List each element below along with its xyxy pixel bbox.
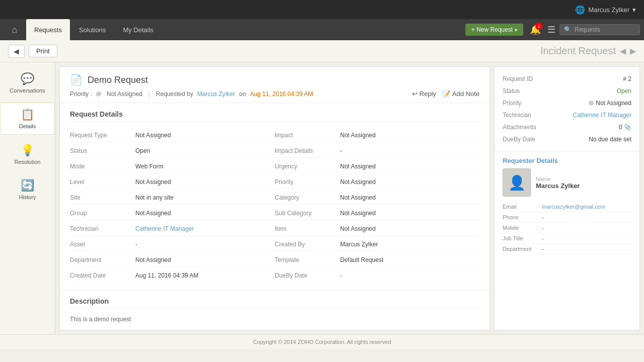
requester-mobile-row: Mobile - (503, 223, 631, 233)
detail-row-left-0: Request TypeNot Assigned (70, 129, 275, 142)
requester-name-block: Name Marcus Zylker (536, 168, 580, 197)
right-panel-row-4: Attachments0 📎 (503, 121, 631, 133)
detail-row-right-0: ImpactNot Assigned (275, 129, 479, 142)
requester-body: 👤 Name Marcus Zylker Email marcuszylker@… (495, 168, 639, 260)
email-label: Email (503, 204, 538, 210)
detail-row-right-8: TemplateDefault Request (275, 253, 479, 267)
reply-button[interactable]: ↩ Reply (412, 90, 436, 98)
right-panel-row-3: TechnicianCatherine IT Manager (503, 109, 631, 121)
new-request-arrow: ▾ (515, 27, 517, 33)
detail-row-right-4: CategoryNot Assigned (275, 191, 479, 205)
requester-email: marcuszylker@gmail.com (542, 204, 605, 210)
requester-name-label: Name (536, 176, 580, 182)
detail-row-left-7: Asset- (70, 238, 275, 251)
phone-label: Phone (503, 214, 538, 220)
sidebar-item-details[interactable]: 📋 Details (0, 103, 55, 135)
back-button[interactable]: ◀ (8, 45, 25, 58)
department-label: Department (503, 246, 538, 252)
nav-item-solutions[interactable]: Solutions (71, 19, 114, 40)
request-doc-icon: 📄 (70, 74, 83, 86)
right-panel-main: Request ID# 2StatusOpenPriorityNot Assig… (495, 67, 639, 152)
new-request-button[interactable]: + New Request ▾ (465, 24, 523, 36)
footer-text: Copyright © 2014 ZOHO Corporation. All r… (253, 339, 391, 345)
mobile-label: Mobile (503, 225, 538, 231)
requester-top: 👤 Name Marcus Zylker (503, 168, 631, 197)
conversations-icon: 💬 (21, 72, 34, 85)
notification-badge: 1 (535, 23, 542, 30)
right-panel-row-0: Request ID# 2 (503, 73, 631, 85)
print-button[interactable]: Print (29, 45, 57, 57)
topbar-user[interactable]: 🌐 Marcus Zylker ▾ (575, 5, 636, 15)
next-incident-arrow[interactable]: ▶ (630, 46, 636, 56)
topbar: 🌐 Marcus Zylker ▾ (0, 0, 644, 19)
nav-item-mydetails[interactable]: My Details (115, 19, 162, 40)
detail-row-right-6: ItemNot Assigned (275, 222, 479, 236)
requester-mobile: - (542, 225, 544, 231)
detail-row-right-3: PriorityNot Assigned (275, 175, 479, 189)
details-right-col: ImpactNot AssignedImpact Details-Urgency… (275, 129, 479, 283)
sidebar-item-resolution[interactable]: 💡 Resolution (0, 139, 55, 170)
detail-row-left-2: ModeWeb Form (70, 160, 275, 173)
requester-department-row: Department - (503, 244, 631, 254)
detail-row-right-1: Impact Details- (275, 144, 479, 158)
add-note-button[interactable]: 📝 Add Note (442, 90, 479, 98)
details-icon: 📋 (21, 108, 34, 121)
search-box[interactable]: 🔍 Requests (559, 24, 640, 35)
request-date: Aug 11, 2016 04:39 AM (250, 90, 313, 98)
requester-name: Marcus Zylker (536, 182, 580, 190)
prev-incident-arrow[interactable]: ◀ (620, 46, 626, 56)
detail-row-left-5: GroupNot Assigned (70, 207, 275, 220)
menu-icon[interactable]: ☰ (547, 24, 555, 35)
nav-tools: + New Request ▾ 🔔 1 ☰ 🔍 Requests (465, 19, 640, 40)
incident-title: Incident Request ◀ ▶ (540, 45, 636, 57)
requester-jobtitle-row: Job Title - (503, 233, 631, 244)
main-content: 💬 Conversations 📋 Details 💡 Resolution 🔄… (0, 62, 644, 334)
right-panel-row-1: StatusOpen (503, 85, 631, 97)
note-icon: 📝 (442, 90, 450, 98)
requester-phone-row: Phone - (503, 212, 631, 223)
right-panel-row-2: PriorityNot Assigned (503, 97, 631, 109)
detail-row-right-7: Created ByMarcus Zylker (275, 238, 479, 251)
requester-email-row: Email marcuszylker@gmail.com (503, 202, 631, 212)
detail-row-left-4: SiteNot in any site (70, 191, 275, 205)
reply-icon: ↩ (412, 90, 418, 98)
notification-button[interactable]: 🔔 1 (527, 22, 543, 38)
priority-dot (96, 92, 101, 97)
request-title: Demo Request (88, 75, 148, 85)
toolbar: ◀ Print Incident Request ◀ ▶ (0, 40, 644, 62)
left-sidebar: 💬 Conversations 📋 Details 💡 Resolution 🔄… (0, 62, 55, 334)
detail-row-right-5: Sub CategoryNot Assigned (275, 207, 479, 220)
detail-row-right-2: UrgencyNot Assigned (275, 160, 479, 173)
sidebar-item-conversations[interactable]: 💬 Conversations (0, 67, 55, 99)
footer: Copyright © 2014 ZOHO Corporation. All r… (0, 334, 644, 349)
nav-home-button[interactable]: ⌂ (4, 19, 25, 40)
priority-indicator (589, 101, 594, 106)
details-grid: Request TypeNot AssignedStatusOpenModeWe… (70, 129, 479, 283)
description-section: Description This is a demo request (60, 290, 490, 330)
requester-link[interactable]: Marcus Zylker (197, 90, 235, 98)
request-meta: Priority : Not Assigned | Requested by M… (70, 90, 479, 98)
requester-phone: - (542, 214, 544, 220)
navbar: ⌂ Requests Solutions My Details + New Re… (0, 19, 644, 40)
topbar-username: Marcus Zylker (588, 6, 629, 14)
details-section: Request Details Request TypeNot Assigned… (60, 103, 490, 290)
detail-row-left-3: LevelNot Assigned (70, 175, 275, 189)
requester-department: - (542, 246, 544, 252)
description-text: This is a demo request (70, 316, 479, 323)
topbar-dropdown-arrow: ▾ (632, 6, 636, 14)
section-title: Request Details (70, 110, 479, 122)
detail-row-right-9: DueBy Date- (275, 269, 479, 283)
request-header: 📄 Demo Request Priority : Not Assigned |… (60, 67, 490, 103)
avatar: 👤 (503, 168, 531, 197)
requester-section-title: Requester Details (495, 152, 639, 168)
details-left-col: Request TypeNot AssignedStatusOpenModeWe… (70, 129, 275, 283)
description-title: Description (70, 297, 479, 309)
sidebar-item-history[interactable]: 🔄 History (0, 174, 55, 205)
detail-row-left-1: StatusOpen (70, 144, 275, 158)
content-area: 📄 Demo Request Priority : Not Assigned |… (59, 66, 490, 330)
right-sidebar: Request ID# 2StatusOpenPriorityNot Assig… (494, 66, 640, 330)
nav-item-requests[interactable]: Requests (26, 19, 70, 40)
globe-icon: 🌐 (575, 5, 585, 15)
requester-jobtitle: - (542, 235, 544, 241)
detail-row-left-8: DepartmentNot Assigned (70, 253, 275, 267)
